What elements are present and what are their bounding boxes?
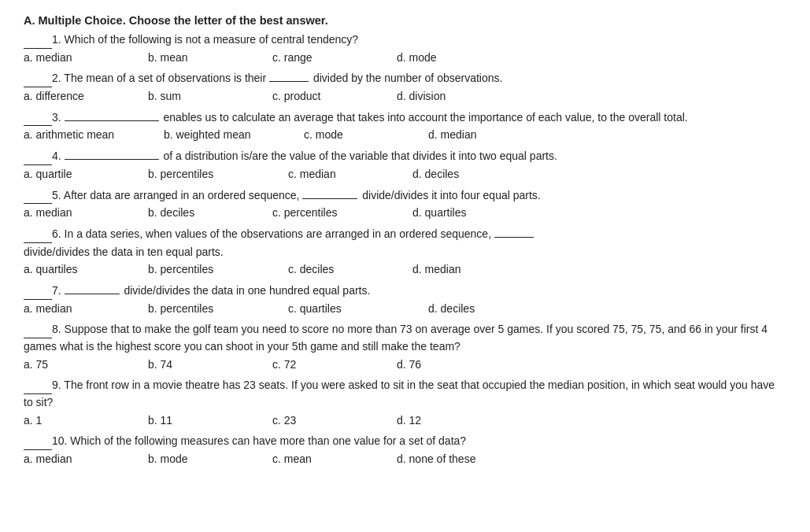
q10-choice-c: c. mean bbox=[272, 451, 383, 468]
q4-choice-c: c. median bbox=[288, 166, 398, 183]
question-8: 8. Suppose that to make the golf team yo… bbox=[24, 321, 786, 373]
q4-fill-blank bbox=[65, 159, 159, 160]
q10-blank bbox=[24, 449, 52, 450]
q3-choice-a: a. arithmetic mean bbox=[24, 127, 150, 144]
q4-blank bbox=[24, 164, 52, 165]
q3-blank bbox=[24, 125, 52, 126]
q6-blank bbox=[24, 242, 52, 243]
q1-choice-d: d. mode bbox=[397, 50, 507, 67]
q10-choices: a. median b. mode c. mean d. none of the… bbox=[24, 451, 786, 468]
q3-choice-b: b. weighted mean bbox=[164, 127, 290, 144]
q8-blank bbox=[24, 338, 52, 338]
q7-choices: a. median b. percentiles c. quartiles d.… bbox=[24, 301, 786, 318]
q4-choices: a. quartile b. percentiles c. median d. … bbox=[24, 166, 786, 183]
q10-choice-d: d. none of these bbox=[397, 451, 507, 468]
q2-fill-blank bbox=[269, 81, 309, 82]
q5-choice-b: b. deciles bbox=[148, 205, 258, 222]
q1-text: 1. Which of the following is not a measu… bbox=[24, 31, 786, 49]
q6-fill-blank bbox=[494, 237, 534, 238]
q6-choice-a: a. quartiles bbox=[24, 261, 134, 279]
q7-fill-blank bbox=[65, 294, 120, 294]
question-9: 9. The front row in a movie theatre has … bbox=[24, 377, 786, 429]
q8-choice-d: d. 76 bbox=[397, 357, 507, 374]
question-3: 3. enables us to calculate an average th… bbox=[24, 109, 786, 144]
q8-choice-b: b. 74 bbox=[148, 357, 258, 374]
q3-choice-d: d. median bbox=[428, 127, 538, 144]
q6-choice-d: d. median bbox=[412, 261, 523, 279]
q7-choice-d: d. deciles bbox=[428, 301, 538, 318]
section-title: A. Multiple Choice. Choose the letter of… bbox=[24, 14, 786, 27]
q9-choice-b: b. 11 bbox=[148, 412, 258, 430]
q9-choice-c: c. 23 bbox=[272, 412, 383, 430]
q4-choice-b: b. percentiles bbox=[148, 166, 274, 183]
q1-blank bbox=[24, 48, 52, 49]
question-10: 10. Which of the following measures can … bbox=[24, 433, 786, 467]
question-1: 1. Which of the following is not a measu… bbox=[24, 31, 786, 66]
q7-choice-b: b. percentiles bbox=[148, 301, 274, 318]
question-4: 4. of a distribution is/are the value of… bbox=[24, 148, 786, 183]
q1-choice-a: a. median bbox=[24, 50, 134, 67]
q10-choice-b: b. mode bbox=[148, 451, 258, 468]
q5-choices: a. median b. deciles c. percentiles d. q… bbox=[24, 205, 786, 222]
q2-choice-c: c. product bbox=[272, 88, 383, 105]
q1-choices: a. median b. mean c. range d. mode bbox=[24, 50, 786, 67]
q6-choices: a. quartiles b. percentiles c. deciles d… bbox=[24, 261, 786, 279]
q9-choices: a. 1 b. 11 c. 23 d. 12 bbox=[24, 412, 786, 430]
q8-choices: a. 75 b. 74 c. 72 d. 76 bbox=[24, 357, 786, 374]
q9-blank bbox=[24, 393, 52, 394]
q6-choice-b: b. percentiles bbox=[148, 261, 274, 279]
q3-fill-blank bbox=[65, 120, 159, 121]
q4-choice-d: d. deciles bbox=[412, 166, 523, 183]
q1-choice-c: c. range bbox=[272, 50, 383, 67]
q9-choice-d: d. 12 bbox=[397, 412, 507, 430]
q5-choice-c: c. percentiles bbox=[272, 205, 398, 222]
q8-choice-a: a. 75 bbox=[24, 357, 134, 374]
q3-choices: a. arithmetic mean b. weighted mean c. m… bbox=[24, 127, 786, 144]
question-7: 7. divide/divides the data in one hundre… bbox=[24, 283, 786, 317]
q9-choice-a: a. 1 bbox=[24, 412, 134, 430]
q8-choice-c: c. 72 bbox=[272, 357, 383, 374]
q10-choice-a: a. median bbox=[24, 451, 134, 468]
q6-choice-c: c. deciles bbox=[288, 261, 398, 279]
q2-choice-b: b. sum bbox=[148, 88, 258, 105]
q7-choice-a: a. median bbox=[24, 301, 134, 318]
q2-choices: a. difference b. sum c. product d. divis… bbox=[24, 88, 786, 105]
q5-blank bbox=[24, 203, 52, 204]
q2-choice-d: d. division bbox=[397, 88, 507, 105]
q1-choice-b: b. mean bbox=[148, 50, 258, 67]
q2-choice-a: a. difference bbox=[24, 88, 134, 105]
q4-choice-a: a. quartile bbox=[24, 166, 134, 183]
question-6: 6. In a data series, when values of the … bbox=[24, 226, 786, 279]
q5-choice-a: a. median bbox=[24, 205, 134, 222]
q7-blank bbox=[24, 299, 52, 300]
question-5: 5. After data are arranged in an ordered… bbox=[24, 187, 786, 222]
q7-choice-c: c. quartiles bbox=[288, 301, 414, 318]
question-2: 2. The mean of a set of observations is … bbox=[24, 70, 786, 105]
q5-choice-d: d. quartiles bbox=[412, 205, 523, 222]
q3-choice-c: c. mode bbox=[304, 127, 414, 144]
q5-fill-blank bbox=[302, 198, 357, 199]
q2-blank bbox=[24, 87, 52, 87]
